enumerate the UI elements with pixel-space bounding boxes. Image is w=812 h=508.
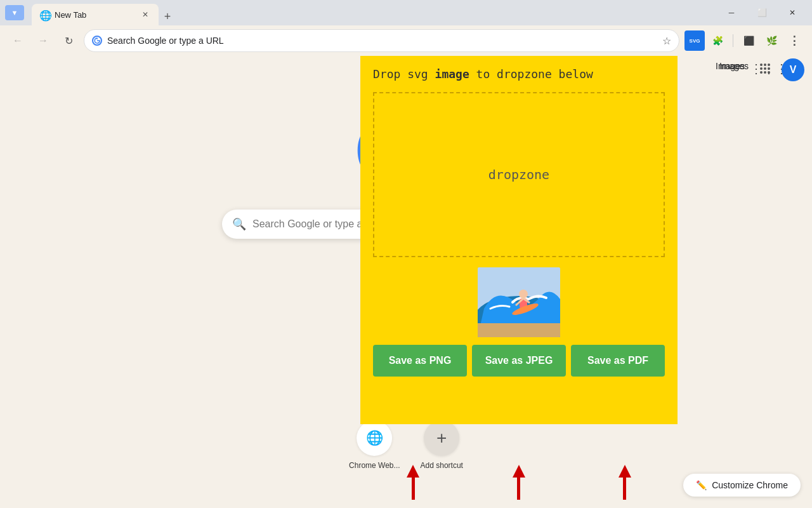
back-button[interactable]: ← bbox=[8, 30, 28, 51]
chrome-web-icon: 🌐 bbox=[357, 420, 392, 456]
images-link-text[interactable]: Images bbox=[716, 61, 745, 71]
svg-extension-label: SVG bbox=[690, 38, 700, 44]
extension-karakter[interactable]: 🌿 bbox=[761, 30, 782, 51]
tab-title: New Tab bbox=[55, 10, 134, 20]
new-tab-button[interactable]: + bbox=[159, 8, 176, 25]
svg-extension-button[interactable]: SVG bbox=[684, 30, 705, 51]
arrows-container bbox=[360, 457, 678, 508]
dropzone-area[interactable]: dropzone bbox=[373, 92, 665, 257]
instruction-text-part1: Drop svg bbox=[373, 67, 435, 81]
arrow-jpeg bbox=[513, 465, 525, 500]
main-profile-avatar[interactable]: V bbox=[783, 60, 803, 80]
tab-close-button[interactable]: ✕ bbox=[140, 9, 151, 20]
arrowhead-pdf bbox=[619, 465, 631, 478]
arrow-shaft-pdf bbox=[623, 478, 626, 500]
svg-point-12 bbox=[760, 67, 763, 70]
add-shortcut-icon: + bbox=[424, 420, 459, 456]
url-text: Search Google or type a URL bbox=[107, 36, 657, 46]
active-tab[interactable]: 🌐 New Tab ✕ bbox=[32, 4, 159, 25]
svg-point-16 bbox=[764, 71, 766, 74]
save-as-pdf-button[interactable]: Save as PDF bbox=[571, 345, 665, 377]
customize-chrome-icon: ✏️ bbox=[696, 480, 707, 490]
instruction-text-part2: to dropzone below bbox=[469, 67, 593, 81]
svg-point-9 bbox=[760, 64, 763, 66]
sidebar-button[interactable]: ⬛ bbox=[738, 30, 759, 51]
arrow-pdf bbox=[619, 465, 631, 500]
svg-point-14 bbox=[768, 67, 770, 70]
svg-point-15 bbox=[760, 71, 763, 74]
arrow-shaft-jpeg bbox=[517, 478, 520, 500]
reload-button[interactable]: ↻ bbox=[58, 30, 79, 51]
main-content: Images ⋮⋮⋮ V Go 🔍 🌐 Chrome Web... + Add … bbox=[0, 56, 812, 508]
search-icon: 🔍 bbox=[232, 217, 246, 231]
svg-point-17 bbox=[768, 71, 770, 74]
google-favicon bbox=[92, 36, 102, 46]
save-as-png-button[interactable]: Save as PNG bbox=[373, 345, 467, 377]
tab-bar: 🌐 New Tab ✕ + bbox=[32, 0, 714, 25]
tab-favicon: 🌐 bbox=[39, 10, 49, 20]
svg-point-4 bbox=[519, 290, 528, 298]
bookmark-star-icon[interactable]: ☆ bbox=[662, 35, 671, 47]
arrowhead-png bbox=[407, 465, 419, 478]
extensions-button[interactable]: 🧩 bbox=[707, 30, 728, 51]
forward-button[interactable]: → bbox=[33, 30, 53, 51]
titlebar: ▼ 🌐 New Tab ✕ + ─ ⬜ ✕ bbox=[0, 0, 812, 25]
action-buttons: Save as PNG Save as JPEG Save as PDF bbox=[373, 345, 665, 379]
dropzone-label: dropzone bbox=[488, 167, 549, 182]
arrow-png bbox=[407, 465, 419, 500]
arrow-shaft-png bbox=[412, 478, 415, 500]
address-bar: ← → ↻ Search Google or type a URL ☆ SVG … bbox=[0, 25, 812, 56]
save-as-jpeg-button[interactable]: Save as JPEG bbox=[472, 345, 566, 377]
grid-icon-svg bbox=[759, 62, 771, 75]
minimize-button[interactable]: ─ bbox=[717, 3, 746, 23]
window-controls: ─ ⬜ ✕ bbox=[717, 3, 807, 23]
preview-image bbox=[478, 267, 560, 337]
arrowhead-jpeg bbox=[513, 465, 525, 478]
customize-chrome-label: Customize Chrome bbox=[712, 480, 788, 490]
svg-point-10 bbox=[764, 64, 766, 66]
toolbar-icons: SVG 🧩 ⬛ 🌿 ⋮ bbox=[684, 30, 804, 51]
maximize-button[interactable]: ⬜ bbox=[747, 3, 776, 23]
panel-instruction: Drop svg image to dropzone below bbox=[373, 66, 665, 82]
apps-grid-icon[interactable] bbox=[755, 58, 775, 79]
svg-point-11 bbox=[768, 64, 770, 66]
svg-rect-3 bbox=[478, 323, 560, 337]
extension-panel: Drop svg image to dropzone below dropzon… bbox=[360, 56, 678, 424]
menu-button[interactable]: ⋮ bbox=[784, 30, 804, 51]
toolbar-divider bbox=[733, 34, 733, 47]
customize-chrome-button[interactable]: ✏️ Customize Chrome bbox=[683, 474, 801, 497]
close-button[interactable]: ✕ bbox=[778, 3, 807, 23]
instruction-bold: image bbox=[435, 67, 469, 81]
account-switcher[interactable]: ▼ bbox=[5, 5, 24, 20]
url-bar[interactable]: Search Google or type a URL ☆ bbox=[84, 29, 679, 52]
svg-point-13 bbox=[764, 67, 766, 70]
